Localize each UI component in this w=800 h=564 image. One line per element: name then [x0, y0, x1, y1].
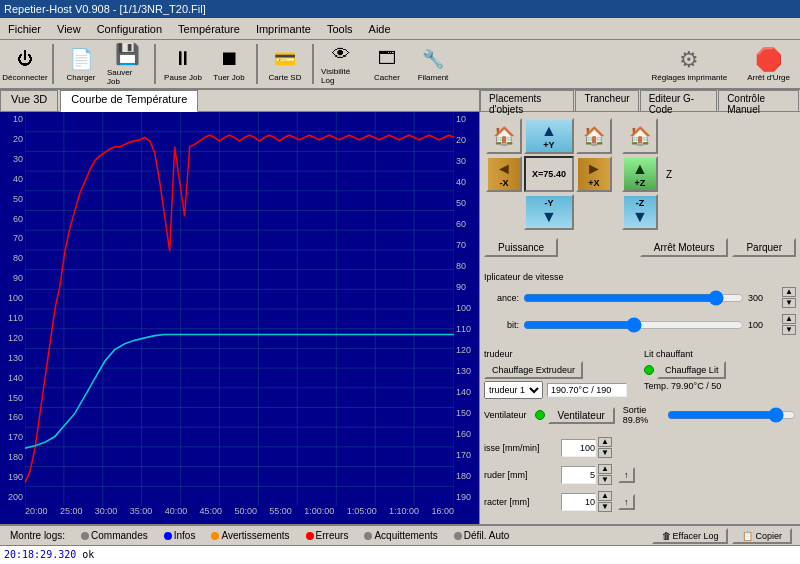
menu-imprimante[interactable]: Imprimante [248, 21, 319, 37]
tab-trancheur[interactable]: Trancheur [575, 90, 638, 111]
racter-input[interactable] [561, 493, 596, 511]
menu-aide[interactable]: Aide [361, 21, 399, 37]
kill-button[interactable]: ⏹ Tuer Job [208, 42, 250, 86]
lit-title: Lit chauffant [644, 349, 796, 359]
avance-label: ance: [484, 293, 519, 303]
separator-3 [256, 44, 258, 84]
lit-section: Lit chauffant Chauffage Lit Temp. 79.90°… [644, 349, 796, 399]
move-y-pos-button[interactable]: ▲ +Y [524, 118, 574, 154]
log-buttons: 🗑 Effacer Log 📋 Copier [652, 528, 796, 544]
log-tab-erreurs[interactable]: Erreurs [300, 529, 355, 542]
move-y-neg-button[interactable]: -Y ▼ [524, 194, 574, 230]
control-panel: 🏠 ▲ +Y 🏠 ◄ -X X=75 [480, 112, 800, 524]
load-label: Charger [67, 73, 96, 82]
left-tabs: Vue 3D Courbe de Température [0, 90, 479, 112]
save-job-button[interactable]: 💾 Sauver Job [106, 42, 148, 86]
racter-down[interactable]: ▼ [598, 502, 612, 512]
ruder-down[interactable]: ▼ [598, 475, 612, 485]
tab-placements[interactable]: Placements d'objets [480, 90, 574, 111]
commandes-dot [81, 532, 89, 540]
emergency-stop-button[interactable]: 🛑 Arrêt d'Urge [741, 45, 796, 84]
home-y-button[interactable]: 🏠 [576, 118, 612, 154]
log-tab-acquittements[interactable]: Acquittements [358, 529, 443, 542]
parquer-button[interactable]: Parquer [732, 238, 796, 257]
chauffage-lit-button[interactable]: Chauffage Lit [657, 361, 726, 379]
extruder-controls: trudeur 1 190.70°C / 190 [484, 381, 636, 399]
ruder-input[interactable] [561, 466, 596, 484]
x-coord-display: X=75.40 [524, 156, 574, 192]
x-axis: 20:00 25:00 30:00 35:00 40:00 45:00 50:0… [25, 506, 454, 524]
tab-temperature[interactable]: Courbe de Température [60, 90, 198, 112]
ruder-up[interactable]: ▲ [598, 464, 612, 474]
menu-fichier[interactable]: Fichier [0, 21, 49, 37]
avance-down[interactable]: ▼ [782, 298, 796, 308]
avance-up[interactable]: ▲ [782, 287, 796, 297]
menu-view[interactable]: View [49, 21, 89, 37]
copy-icon: 📋 [742, 531, 753, 541]
home-xy-button[interactable]: 🏠 [486, 118, 522, 154]
ventilateur-button[interactable]: Ventilateur [548, 407, 615, 424]
chart-panel: Vue 3D Courbe de Température 200 190 180… [0, 90, 480, 524]
log-tab-defil[interactable]: Défil. Auto [448, 529, 516, 542]
gear-icon: ⚙ [679, 47, 699, 73]
tab-editeur[interactable]: Editeur G-Code [640, 90, 718, 111]
bottom-area: Montre logs: Commandes Infos Avertisseme… [0, 524, 800, 564]
pause-button[interactable]: ⏸ Pause Job [162, 42, 204, 86]
log-tab-commandes[interactable]: Commandes [75, 529, 154, 542]
bit-up[interactable]: ▲ [782, 314, 796, 324]
load-button[interactable]: 📄 Charger [60, 42, 102, 86]
arret-moteurs-button[interactable]: Arrêt Moteurs [640, 238, 729, 257]
vitesse-input[interactable] [561, 439, 596, 457]
tab-vue3d[interactable]: Vue 3D [0, 90, 58, 111]
log-line: 20:18:29.320 ok [4, 548, 796, 562]
effacer-log-button[interactable]: 🗑 Effacer Log [652, 528, 729, 544]
hide-button[interactable]: 🗔 Cacher [366, 42, 408, 86]
sd-icon: 💳 [273, 47, 297, 71]
window-icon: 🗔 [375, 47, 399, 71]
vitesse-down[interactable]: ▼ [598, 448, 612, 458]
ruder-action-button[interactable]: ↑ [618, 467, 635, 483]
copier-button[interactable]: 📋 Copier [732, 528, 792, 544]
extruder-section: trudeur Chauffage Extrudeur trudeur 1 19… [484, 349, 636, 399]
log-tab-infos[interactable]: Infos [158, 529, 202, 542]
speed-avance-row: ance: 300 ▲ ▼ [484, 287, 796, 308]
log-tabs: Montre logs: Commandes Infos Avertisseme… [0, 526, 800, 546]
avance-slider[interactable] [523, 291, 744, 305]
bit-down[interactable]: ▼ [782, 325, 796, 335]
sd-button[interactable]: 💳 Carte SD [264, 42, 306, 86]
disconnect-button[interactable]: ⏻ Déconnecter [4, 42, 46, 86]
move-z-pos-button[interactable]: ▲ +Z [622, 156, 658, 192]
bit-value: 100 [748, 320, 778, 330]
lit-temp: Temp. 79.90°C / 50 [644, 381, 796, 391]
filament-button[interactable]: 🔧 Filament [412, 42, 454, 86]
fan-slider[interactable] [667, 408, 796, 422]
lit-led [644, 365, 654, 375]
move-x-pos-button[interactable]: ► +X [576, 156, 612, 192]
extruder-select[interactable]: trudeur 1 [484, 381, 543, 399]
log-text-1: ok [82, 549, 94, 560]
racter-up[interactable]: ▲ [598, 491, 612, 501]
puissance-button[interactable]: Puissance [484, 238, 558, 257]
move-x-neg-button[interactable]: ◄ -X [486, 156, 522, 192]
chauffage-extrudeur-button[interactable]: Chauffage Extrudeur [484, 361, 583, 379]
save-icon: 💾 [115, 42, 139, 66]
log-tab-avertissements[interactable]: Avertissements [205, 529, 295, 542]
tab-controle-manuel[interactable]: Contrôle Manuel [718, 90, 799, 111]
home-z-button[interactable]: 🏠 [622, 118, 658, 154]
printer-settings-button[interactable]: ⚙ Réglages imprimante [646, 45, 734, 84]
emergency-icon: 🛑 [755, 47, 782, 73]
menu-temperature[interactable]: Température [170, 21, 248, 37]
racter-action-button[interactable]: ↑ [618, 494, 635, 510]
bit-slider[interactable] [523, 318, 744, 332]
menu-tools[interactable]: Tools [319, 21, 361, 37]
visibility-button[interactable]: 👁 Visibilité Log [320, 42, 362, 86]
move-z-neg-button[interactable]: -Z ▼ [622, 194, 658, 230]
vitesse-row: isse [mm/min] ▲ ▼ [484, 437, 796, 458]
log-tab-montre[interactable]: Montre logs: [4, 529, 71, 542]
speed-bit-row: bit: 100 ▲ ▼ [484, 314, 796, 335]
menu-config[interactable]: Configuration [89, 21, 170, 37]
log-content: 20:18:29.320 ok 20:18:29.320 N59700 G1 X… [0, 546, 800, 564]
title-bar: Repetier-Host V0.908 - [1/1/3NR_T20.Fil] [0, 0, 800, 18]
disconnect-label: Déconnecter [2, 73, 47, 82]
vitesse-up[interactable]: ▲ [598, 437, 612, 447]
